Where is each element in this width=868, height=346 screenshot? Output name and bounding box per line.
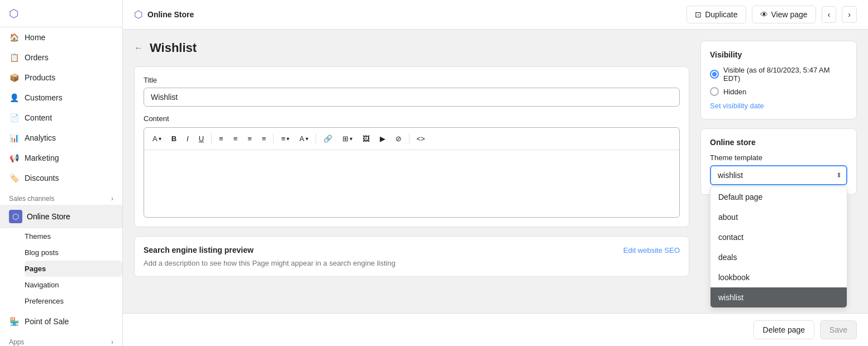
sidebar-item-preferences[interactable]: Preferences — [25, 293, 122, 309]
sidebar-item-discounts[interactable]: 🏷️ Discounts — [0, 168, 122, 188]
topbar: ⬡ Online Store ⊡ Duplicate 👁 View page ‹… — [123, 0, 868, 30]
content-field-group: Content A ▾ B I U ≡ ≡ ≡ — [144, 114, 680, 218]
toolbar-align-btn[interactable]: ≡ ▾ — [277, 132, 293, 145]
toolbar-divider-3 — [316, 133, 316, 145]
content-label: Content — [144, 114, 680, 123]
toolbar-ol-btn[interactable]: ≡ — [230, 132, 242, 145]
seo-card: Search engine listing preview Edit websi… — [134, 236, 689, 277]
seo-title: Search engine listing preview — [144, 246, 254, 254]
apps-arrow[interactable]: › — [111, 338, 113, 346]
content-area: ← Wishlist Title Content — [123, 30, 868, 313]
online-store-card: Online store Theme template Default page… — [700, 128, 857, 195]
dropdown-item-contact[interactable]: contact — [710, 227, 847, 247]
visibility-hidden-option[interactable]: Hidden — [710, 87, 847, 96]
marketing-icon: 📢 — [9, 153, 19, 163]
dropdown-item-deals[interactable]: deals — [710, 247, 847, 267]
toolbar-divider-1 — [211, 133, 212, 145]
theme-template-select-wrapper: Default page about contact deals lookboo… — [710, 165, 847, 185]
toolbar-italic-btn[interactable]: I — [183, 132, 193, 145]
dropdown-item-about[interactable]: about — [710, 207, 847, 227]
toolbar-ul-btn[interactable]: ≡ — [215, 132, 227, 145]
seo-description: Add a description to see how this Page m… — [144, 259, 680, 267]
dropdown-item-default[interactable]: Default page — [710, 187, 847, 207]
visibility-title: Visibility — [710, 50, 847, 59]
toolbar-table-btn[interactable]: ⊞ ▾ — [338, 132, 356, 145]
set-visibility-date-link[interactable]: Set visibility date — [710, 102, 847, 110]
topbar-title: Online Store — [147, 10, 194, 19]
pos-icon: 🏪 — [9, 316, 19, 326]
content-editor[interactable]: A ▾ B I U ≡ ≡ ≡ ≡ ≡ ▾ — [144, 127, 680, 218]
back-button[interactable]: ← — [134, 43, 143, 53]
sales-channels-section: Sales channels › — [0, 188, 122, 205]
prev-arrow-button[interactable]: ‹ — [822, 6, 837, 23]
hidden-radio[interactable] — [710, 87, 719, 96]
visible-radio[interactable] — [710, 70, 719, 79]
sidebar-item-content[interactable]: 📄 Content — [0, 108, 122, 128]
discounts-icon: 🏷️ — [9, 173, 19, 183]
theme-template-dropdown[interactable]: Default page about contact deals lookboo… — [710, 186, 847, 308]
bottom-bar: Delete page Save — [123, 313, 868, 346]
toolbar-color-btn[interactable]: A ▾ — [295, 132, 312, 145]
toolbar-image-btn[interactable]: 🖼 — [359, 132, 374, 145]
title-field-group: Title — [144, 76, 680, 107]
next-arrow-button[interactable]: › — [842, 6, 857, 23]
sidebar-item-marketing[interactable]: 📢 Marketing — [0, 148, 122, 168]
analytics-icon: 📊 — [9, 133, 19, 143]
apps-section: Apps › — [0, 331, 122, 346]
home-icon: 🏠 — [9, 32, 19, 42]
header-buttons: ⊡ Duplicate 👁 View page ‹ › — [686, 6, 857, 23]
toolbar-divider-2 — [273, 133, 274, 145]
sidebar-item-blog-posts[interactable]: Blog posts — [25, 244, 122, 261]
right-panel: Visibility Visible (as of 8/10/2023, 5:4… — [700, 41, 857, 302]
main-content: ⬡ Online Store ⊡ Duplicate 👁 View page ‹… — [123, 0, 868, 346]
title-content-card: Title Content A ▾ B I U — [134, 66, 689, 227]
toolbar-bold-btn[interactable]: B — [168, 132, 180, 145]
toolbar-font-btn[interactable]: A ▾ — [149, 132, 165, 145]
sidebar: ⬡ 🏠 Home 📋 Orders 📦 Products 👤 Customers… — [0, 0, 123, 346]
sidebar-item-customers[interactable]: 👤 Customers — [0, 88, 122, 108]
online-store-icon: ⬡ — [9, 210, 22, 223]
editor-panel: ← Wishlist Title Content — [134, 41, 689, 302]
sidebar-item-point-of-sale[interactable]: 🏪 Point of Sale — [0, 311, 122, 331]
sidebar-item-online-store[interactable]: ⬡ Online Store — [0, 205, 122, 228]
sidebar-item-analytics[interactable]: 📊 Analytics — [0, 128, 122, 148]
sales-channels-arrow[interactable]: › — [111, 195, 113, 203]
view-icon: 👁 — [760, 10, 768, 19]
sidebar-item-products[interactable]: 📦 Products — [0, 68, 122, 88]
title-input[interactable] — [144, 88, 680, 107]
toolbar-source-btn[interactable]: <> — [413, 132, 429, 145]
sidebar-item-pages[interactable]: Pages — [25, 261, 122, 277]
visibility-radio-group: Visible (as of 8/10/2023, 5:47 AM EDT) H… — [710, 66, 847, 96]
visibility-card: Visibility Visible (as of 8/10/2023, 5:4… — [700, 41, 857, 119]
topbar-logo: ⬡ — [134, 8, 143, 21]
dropdown-item-lookbook[interactable]: lookbook — [710, 267, 847, 287]
theme-template-label: Theme template — [710, 153, 847, 162]
dropdown-item-wishlist[interactable]: wishlist — [710, 287, 847, 307]
sidebar-item-home[interactable]: 🏠 Home — [0, 27, 122, 47]
orders-icon: 📋 — [9, 52, 19, 63]
edit-seo-link[interactable]: Edit website SEO — [623, 246, 680, 254]
content-icon: 📄 — [9, 113, 19, 123]
seo-header: Search engine listing preview Edit websi… — [144, 246, 680, 254]
toolbar-video-btn[interactable]: ▶ — [376, 132, 389, 145]
toolbar-outdent-btn[interactable]: ≡ — [258, 132, 270, 145]
duplicate-button[interactable]: ⊡ Duplicate — [686, 6, 746, 23]
editor-body[interactable] — [144, 150, 679, 217]
sidebar-item-navigation[interactable]: Navigation — [25, 277, 122, 293]
online-store-subnav: Themes Blog posts Pages Navigation Prefe… — [0, 228, 122, 309]
shopify-logo: ⬡ — [9, 7, 18, 20]
visibility-visible-option[interactable]: Visible (as of 8/10/2023, 5:47 AM EDT) — [710, 66, 847, 83]
toolbar-code-btn[interactable]: ⊘ — [392, 132, 406, 145]
toolbar-indent-btn[interactable]: ≡ — [244, 132, 256, 145]
delete-page-button[interactable]: Delete page — [753, 320, 815, 339]
save-button[interactable]: Save — [820, 320, 857, 339]
toolbar-underline-btn[interactable]: U — [195, 132, 208, 145]
editor-toolbar: A ▾ B I U ≡ ≡ ≡ ≡ ≡ ▾ — [144, 128, 679, 150]
theme-template-select[interactable]: Default page about contact deals lookboo… — [710, 165, 847, 185]
sidebar-item-themes[interactable]: Themes — [25, 228, 122, 244]
sidebar-item-orders[interactable]: 📋 Orders — [0, 47, 122, 68]
page-title: Wishlist — [150, 41, 197, 55]
toolbar-link-btn[interactable]: 🔗 — [319, 132, 336, 145]
products-icon: 📦 — [9, 73, 19, 83]
view-page-button[interactable]: 👁 View page — [752, 6, 816, 23]
